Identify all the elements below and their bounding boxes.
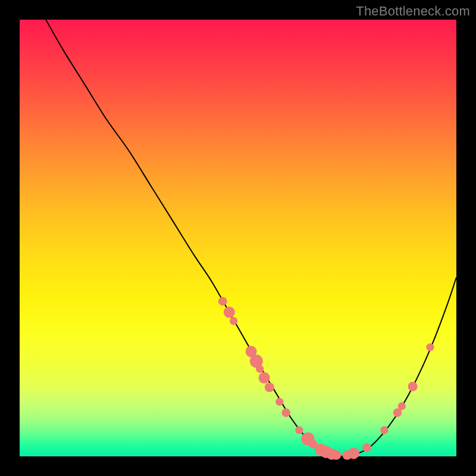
highlight-dot xyxy=(362,443,371,452)
highlight-dots-group xyxy=(218,297,434,460)
chart-frame: TheBottleneck.com xyxy=(0,0,476,476)
plot-area xyxy=(20,20,456,456)
highlight-dot xyxy=(224,306,235,318)
highlight-dot xyxy=(256,365,264,373)
highlight-dot xyxy=(265,383,274,392)
highlight-dot xyxy=(259,372,270,383)
highlight-dot xyxy=(408,381,418,391)
highlight-dot xyxy=(398,402,406,410)
highlight-dot xyxy=(230,317,237,325)
bottleneck-curve xyxy=(46,20,456,456)
highlight-dot xyxy=(380,426,388,434)
curve-svg xyxy=(20,20,456,456)
highlight-dot xyxy=(331,450,341,460)
highlight-dot xyxy=(295,426,303,434)
highlight-dot xyxy=(281,408,290,417)
highlight-dot xyxy=(426,343,434,351)
watermark-text: TheBottleneck.com xyxy=(356,4,470,19)
highlight-dot xyxy=(218,297,227,306)
highlight-dot xyxy=(275,398,283,406)
highlight-dot xyxy=(348,447,359,459)
